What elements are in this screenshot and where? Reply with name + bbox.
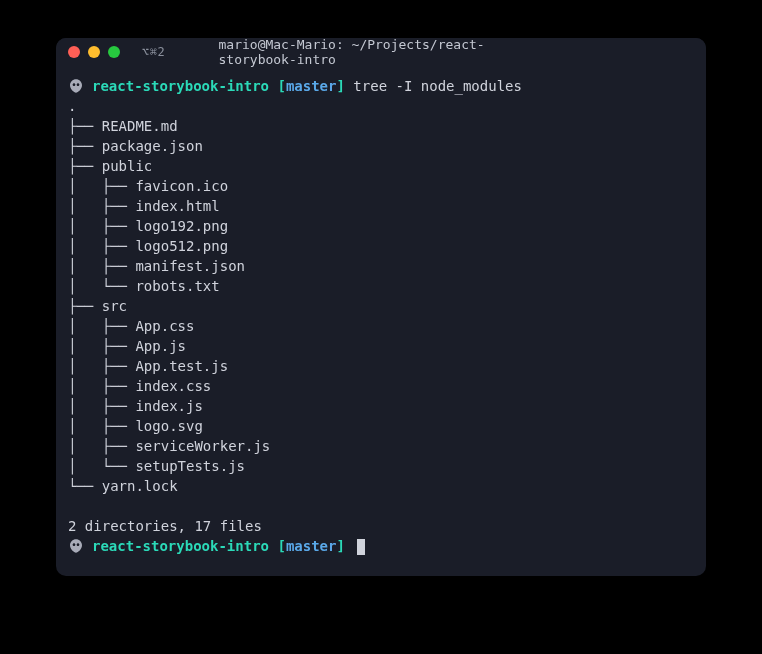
- titlebar: ⌥⌘2 mario@Mac-Mario: ~/Projects/react-st…: [56, 38, 706, 66]
- terminal-body[interactable]: react-storybook-intro [master] tree -I n…: [56, 66, 706, 576]
- prompt-bracket-open: [: [277, 78, 285, 94]
- window-title: mario@Mac-Mario: ~/Projects/react-storyb…: [219, 38, 544, 67]
- traffic-lights: [68, 46, 120, 58]
- tree-summary: 2 directories, 17 files: [68, 516, 694, 536]
- tree-output: . ├── README.md ├── package.json ├── pub…: [68, 96, 694, 496]
- prompt-branch: master: [286, 538, 337, 554]
- tab-indicator: ⌥⌘2: [142, 45, 165, 59]
- alien-icon: [68, 538, 84, 554]
- prompt-dir: react-storybook-intro: [92, 78, 269, 94]
- alien-icon: [68, 78, 84, 94]
- minimize-icon[interactable]: [88, 46, 100, 58]
- prompt-bracket-open: [: [277, 538, 285, 554]
- prompt-dir: react-storybook-intro: [92, 538, 269, 554]
- prompt-bracket-close: ]: [336, 78, 344, 94]
- prompt-text: react-storybook-intro [master]: [92, 536, 365, 556]
- prompt-text: react-storybook-intro [master] tree -I n…: [92, 76, 522, 96]
- prompt-line: react-storybook-intro [master] tree -I n…: [68, 76, 694, 96]
- cursor[interactable]: [357, 539, 365, 555]
- prompt-branch: master: [286, 78, 337, 94]
- prompt-command: tree -I node_modules: [353, 78, 522, 94]
- terminal-window: ⌥⌘2 mario@Mac-Mario: ~/Projects/react-st…: [56, 38, 706, 576]
- close-icon[interactable]: [68, 46, 80, 58]
- prompt-bracket-close: ]: [336, 538, 344, 554]
- maximize-icon[interactable]: [108, 46, 120, 58]
- prompt-line-2: react-storybook-intro [master]: [68, 536, 694, 556]
